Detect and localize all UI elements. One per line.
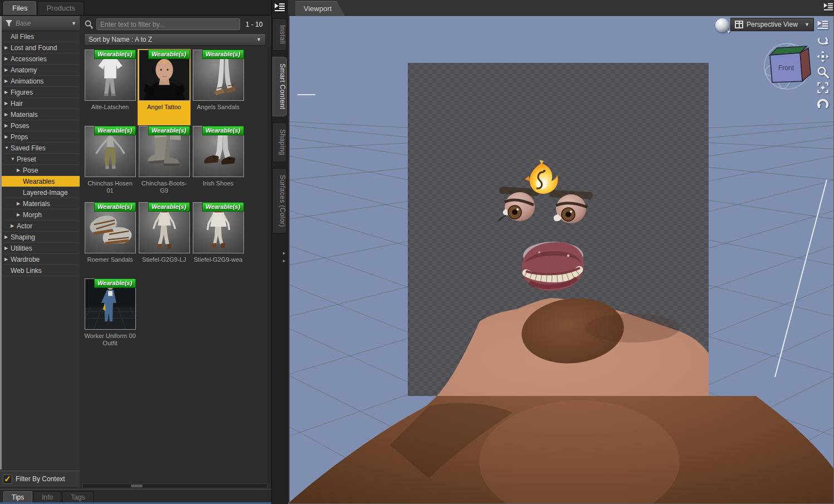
- chevron-down-icon: ▼: [71, 21, 76, 26]
- asset-label: Irish Shoes: [192, 180, 245, 187]
- asset-card-angels-sandals[interactable]: Wearable(s) Angels Sandals: [192, 49, 245, 125]
- tree-expand-arrow[interactable]: ▶: [11, 223, 17, 228]
- pane-menu-icon[interactable]: [823, 1, 834, 13]
- tree-expand-arrow[interactable]: ▶: [4, 56, 11, 61]
- asset-card-worker-uniform-00-outfit[interactable]: Wearable(s) Worker Uniform 00 Outfit: [84, 278, 136, 354]
- sort-label: Sort by Name : A to Z: [89, 36, 152, 43]
- zoom-icon[interactable]: [816, 66, 830, 79]
- tab-viewport[interactable]: Viewport: [295, 1, 345, 16]
- pan-icon[interactable]: [816, 50, 830, 63]
- tree-item-actor[interactable]: ▶Actor: [2, 221, 80, 232]
- tree-item-figures[interactable]: ▶Figures: [2, 87, 80, 98]
- wearable-badge: Wearable(s): [202, 50, 244, 59]
- tree-item-layered-image[interactable]: Layered-Image: [2, 187, 80, 198]
- tree-item-morph[interactable]: ▶Morph: [2, 209, 80, 221]
- tree-expand-arrow[interactable]: ▶: [4, 45, 11, 50]
- asset-card-stiefel-g2g9-lj[interactable]: Wearable(s) Stiefel-G2G9-LJ: [138, 202, 191, 278]
- side-tab-surfaces-color[interactable]: Surfaces (Color): [272, 168, 287, 234]
- tree-item-wardrobe[interactable]: ▶Wardrobe: [2, 254, 80, 265]
- asset-thumbnail: Wearable(s): [85, 50, 136, 101]
- tree-item-wearables[interactable]: Wearables: [2, 176, 80, 187]
- tree-expand-arrow[interactable]: ▶: [4, 90, 11, 95]
- tree-expand-arrow[interactable]: ▶: [4, 257, 11, 262]
- asset-label: Chinchas-Boots-G9: [138, 180, 191, 194]
- side-tab-shaping[interactable]: Shaping: [272, 123, 287, 162]
- wearable-badge: Wearable(s): [94, 278, 136, 288]
- filter-by-context-row: ✓ Filter By Context: [0, 471, 80, 487]
- tree-item-all-files[interactable]: All Files: [2, 31, 80, 42]
- asset-label: Angels Sandals: [192, 104, 245, 111]
- pane-menu-icon[interactable]: [273, 2, 286, 14]
- asset-card-alte-latschen[interactable]: Wearable(s) Alte-Latschen: [84, 49, 136, 125]
- tree-item-pose[interactable]: ▶Pose: [2, 165, 80, 176]
- asset-card-chinchas-boots-g9[interactable]: Wearable(s) Chinchas-Boots-G9: [138, 125, 191, 202]
- vertical-scrollbar[interactable]: [267, 47, 271, 483]
- filter-text-input[interactable]: [96, 18, 240, 30]
- view-selector-dropdown[interactable]: Perspective View ▼: [730, 18, 814, 31]
- asset-thumbnail: Wearable(s): [193, 126, 244, 177]
- tree-expand-arrow[interactable]: ▶: [4, 123, 11, 128]
- tree-item-materials[interactable]: ▶Materials: [2, 198, 80, 209]
- tree-expand-arrow[interactable]: ▼: [11, 156, 17, 162]
- tree-expand-arrow[interactable]: ▶: [4, 246, 11, 251]
- panel-collapse-handle[interactable]: ▸▸: [281, 249, 287, 265]
- asset-card-chinchas-hosen-01[interactable]: Wearable(s) Chinchas Hosen 01: [84, 125, 136, 202]
- tree-item-poses[interactable]: ▶Poses: [2, 120, 80, 131]
- horizontal-scrollbar[interactable]: [82, 483, 267, 488]
- tree-item-props[interactable]: ▶Props: [2, 131, 80, 143]
- tab-files[interactable]: Files: [3, 1, 36, 15]
- tab-info[interactable]: Info: [33, 491, 61, 503]
- sort-dropdown[interactable]: Sort by Name : A to Z ▼: [84, 33, 266, 46]
- view-selector-label: Perspective View: [747, 21, 801, 28]
- tree-item-accessories[interactable]: ▶Accessories: [2, 53, 80, 65]
- frame-icon[interactable]: [816, 81, 830, 94]
- tree-item-anatomy[interactable]: ▶Anatomy: [2, 65, 80, 76]
- scrollbar-handle[interactable]: [131, 485, 143, 487]
- asset-card-angel-tattoo[interactable]: Wearable(s) Angel Tattoo: [138, 49, 191, 125]
- asset-label: Stiefel-G2G9-LJ: [138, 256, 191, 263]
- base-filter-dropdown[interactable]: Base ▼: [2, 16, 80, 31]
- filter-by-context-checkbox[interactable]: ✓: [3, 474, 12, 484]
- tree-expand-arrow[interactable]: ▶: [17, 201, 23, 206]
- asset-label: Roemer Sandals: [84, 256, 136, 263]
- asset-thumbnail: Wearable(s): [85, 202, 136, 253]
- side-tab-smart-content[interactable]: Smart Content: [272, 57, 287, 116]
- tab-products[interactable]: Products: [37, 1, 84, 15]
- tab-tips[interactable]: Tips: [3, 491, 32, 503]
- tree-item-web-links[interactable]: Web Links: [2, 265, 80, 276]
- asset-card-roemer-sandals[interactable]: Wearable(s) Roemer Sandals: [84, 202, 136, 278]
- tree-expand-arrow[interactable]: ▼: [4, 145, 11, 150]
- viewport-canvas[interactable]: Front ▼ Perspective View ▼: [289, 16, 834, 504]
- tree-expand-arrow[interactable]: ▶: [17, 212, 23, 217]
- tree-item-materials[interactable]: ▶Materials: [2, 109, 80, 120]
- asset-thumbnail: Wearable(s): [139, 126, 190, 177]
- asset-thumbnail: Wearable(s): [193, 50, 244, 101]
- tree-expand-arrow[interactable]: ▶: [4, 101, 11, 106]
- search-icon[interactable]: [84, 19, 94, 30]
- tree-expand-arrow[interactable]: ▶: [4, 134, 11, 139]
- asset-grid: Wearable(s) Alte-Latschen Wearable(s) An…: [82, 49, 267, 354]
- tree-item-preset[interactable]: ▼Preset: [2, 154, 80, 165]
- tab-tags[interactable]: Tags: [62, 491, 93, 503]
- tree-expand-arrow[interactable]: ▶: [17, 168, 23, 173]
- reset-camera-icon[interactable]: [816, 97, 830, 110]
- side-tab-install[interactable]: Install: [272, 18, 287, 51]
- tree-item-lost-and-found[interactable]: ▶Lost and Found: [2, 42, 80, 53]
- wearable-badge: Wearable(s): [148, 50, 190, 59]
- chevron-down-icon: ▼: [256, 37, 261, 42]
- tree-expand-arrow[interactable]: ▶: [4, 67, 11, 72]
- wearable-badge: Wearable(s): [148, 202, 190, 212]
- tree-item-saved-files[interactable]: ▼Saved Files: [2, 143, 80, 154]
- tree-expand-arrow[interactable]: ▶: [4, 112, 11, 117]
- asset-card-stiefel-g2g9-wea[interactable]: Wearable(s) Stiefel-G2G9-wea: [192, 202, 245, 278]
- orbit-icon[interactable]: [816, 35, 830, 47]
- tree-item-utilities[interactable]: ▶Utilities: [2, 243, 80, 254]
- tree-item-hair[interactable]: ▶Hair: [2, 98, 80, 109]
- drawstyle-sphere-icon[interactable]: ▼: [715, 18, 729, 32]
- asset-card-irish-shoes[interactable]: Wearable(s) Irish Shoes: [192, 125, 245, 202]
- pane-menu-icon[interactable]: [816, 19, 830, 32]
- tree-expand-arrow[interactable]: ▶: [4, 234, 11, 239]
- tree-item-animations[interactable]: ▶Animations: [2, 76, 80, 87]
- tree-item-shaping[interactable]: ▶Shaping: [2, 232, 80, 243]
- tree-expand-arrow[interactable]: ▶: [4, 79, 11, 84]
